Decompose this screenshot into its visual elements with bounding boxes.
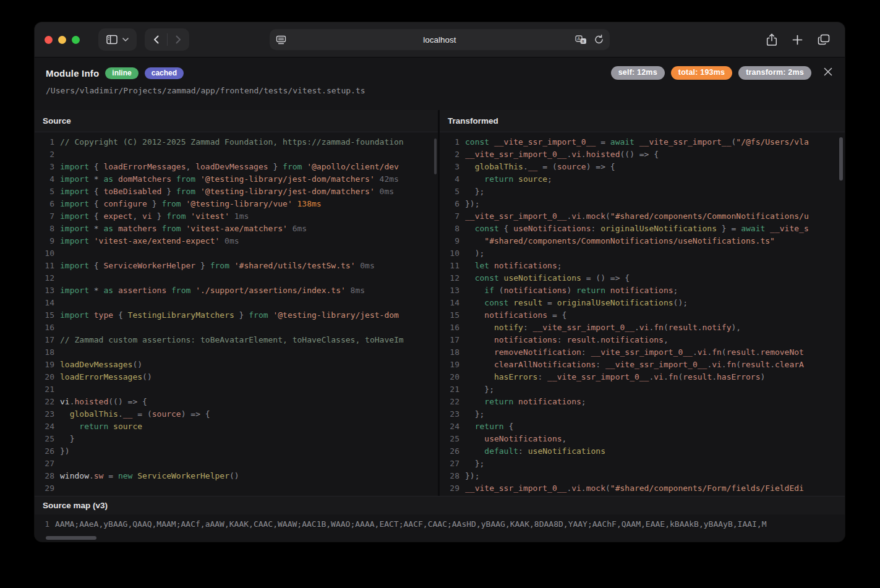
code-line: 27 — [35, 458, 438, 470]
line-number: 26 — [440, 445, 465, 458]
code-text: "#shared/components/CommonNotifications/… — [465, 235, 845, 247]
code-line: 10 ); — [440, 247, 845, 260]
code-line: 14 const result = originalUseNotificatio… — [440, 297, 845, 309]
code-text: __vite_ssr_import_0__.vi.mock("#shared/c… — [465, 210, 845, 223]
code-line: 10 — [35, 247, 438, 260]
sourcemap-line: 1 AAMA;AAeA,yBAAG,QAAQ,MAAM;AACf,aAAW,KA… — [35, 518, 845, 530]
code-text: import * as domMatchers from '@testing-l… — [60, 173, 438, 185]
code-text: loadDevMessages() — [60, 359, 438, 371]
line-number: 30 — [35, 495, 60, 496]
code-text: // Copyright (C) 2012-2025 Zammad Founda… — [60, 136, 438, 148]
code-text: useNotifications, — [465, 433, 845, 445]
line-number: 17 — [35, 334, 60, 346]
code-text: }); — [465, 198, 845, 210]
line-number: 27 — [440, 458, 465, 470]
address-bar[interactable]: localhost A я — [270, 29, 610, 50]
code-line: 12 — [35, 272, 438, 284]
code-line: 2 — [35, 148, 438, 161]
line-number: 16 — [35, 322, 60, 334]
share-icon[interactable] — [766, 33, 777, 46]
translate-icon[interactable]: A я — [575, 35, 587, 45]
code-text: default: useNotifications — [465, 445, 845, 458]
code-text — [60, 272, 438, 284]
line-number: 5 — [440, 185, 465, 198]
timing-self: self: 12ms — [611, 66, 665, 80]
window-minimize-button[interactable] — [58, 36, 66, 44]
line-number: 13 — [35, 284, 60, 297]
code-text: __vite_ssr_import_0__.vi.hoisted(() => { — [465, 148, 845, 161]
line-number: 23 — [35, 408, 60, 420]
line-number: 1 — [35, 136, 60, 148]
code-line: 23 }; — [440, 408, 845, 420]
close-icon[interactable] — [821, 65, 835, 79]
code-line: 4import * as domMatchers from '@testing-… — [35, 173, 438, 185]
code-text: window.sw = new ServiceWorkerHelper() — [60, 470, 438, 482]
code-text: }) — [60, 445, 438, 458]
code-line: 13import * as assertions from './support… — [35, 284, 438, 297]
line-number: 11 — [440, 260, 465, 272]
svg-text:A: A — [577, 36, 580, 41]
code-text: loadErrorMessages() — [60, 371, 438, 383]
new-tab-icon[interactable] — [792, 35, 803, 45]
code-line: 29 — [35, 482, 438, 495]
transformed-code[interactable]: 1const __vite_ssr_import_0__ = await __v… — [440, 132, 845, 496]
code-line: 28window.sw = new ServiceWorkerHelper() — [35, 470, 438, 482]
source-scrollbar[interactable] — [434, 138, 437, 174]
sidebar-toggle-button[interactable] — [98, 28, 137, 51]
line-number: 19 — [440, 359, 465, 371]
badge-cached: cached — [145, 67, 184, 79]
line-number: 2 — [35, 148, 60, 161]
code-line: 22 return notifications; — [440, 396, 845, 408]
code-text: const __vite_ssr_import_0__ = await __vi… — [465, 136, 845, 148]
code-text: }; — [465, 458, 845, 470]
line-number: 9 — [35, 235, 60, 247]
code-line: 9import 'vitest-axe/extend-expect' 0ms — [35, 235, 438, 247]
sourcemap-body[interactable]: 1 AAMA;AAeA,yBAAG,QAAQ,MAAM;AACf,aAAW,KA… — [35, 514, 845, 542]
line-number: 6 — [35, 198, 60, 210]
code-line: 11 let notifications; — [440, 260, 845, 272]
forward-button[interactable] — [167, 35, 189, 44]
line-number: 18 — [440, 346, 465, 359]
code-line: 7import { expect, vi } from 'vitest' 1ms — [35, 210, 438, 223]
line-number: 4 — [440, 173, 465, 185]
window-close-button[interactable] — [45, 36, 53, 44]
code-text: if (notifications) return notifications; — [465, 284, 845, 297]
line-number: 22 — [35, 396, 60, 408]
line-number: 11 — [35, 260, 60, 272]
code-text: }); — [465, 470, 845, 482]
code-line: 24 return { — [440, 420, 845, 433]
code-text — [60, 322, 438, 334]
reload-icon[interactable] — [594, 35, 604, 45]
code-line: 29__vite_ssr_import_0__.vi.mock("#shared… — [440, 482, 845, 495]
line-number: 19 — [35, 359, 60, 371]
line-number: 24 — [440, 420, 465, 433]
tab-overview-icon[interactable] — [818, 34, 830, 45]
back-button[interactable] — [145, 35, 167, 44]
line-number: 26 — [35, 445, 60, 458]
line-number: 18 — [35, 346, 60, 359]
sourcemap-horizontal-scrollbar[interactable] — [46, 536, 96, 540]
code-text — [60, 458, 438, 470]
code-text: clearAllNotifications: __vite_ssr_import… — [465, 359, 845, 371]
code-text: return { — [465, 420, 845, 433]
page-settings-icon[interactable] — [276, 35, 286, 45]
code-text: __vite_ssr_import_0__.vi.mock("#shared/c… — [465, 482, 845, 495]
code-line: 16 — [35, 322, 438, 334]
line-number: 1 — [440, 136, 465, 148]
window-zoom-button[interactable] — [72, 36, 80, 44]
code-text: notifications: result.notifications, — [465, 334, 845, 346]
line-number: 2 — [440, 148, 465, 161]
line-number: 29 — [35, 482, 60, 495]
code-text: notify: __vite_ssr_import_0__.vi.fn(resu… — [465, 322, 845, 334]
code-text: // Zammad custom assertions: toBeAvatarE… — [60, 334, 438, 346]
line-number: 5 — [35, 185, 60, 198]
code-text: globalThis.__ = (source) => { — [465, 161, 845, 173]
source-code[interactable]: 1// Copyright (C) 2012-2025 Zammad Found… — [35, 132, 438, 496]
code-text: import { ServiceWorkerHelper } from '#sh… — [60, 260, 438, 272]
code-line: 27 }; — [440, 458, 845, 470]
transformed-scrollbar[interactable] — [839, 137, 843, 181]
code-text: notifications = { — [465, 309, 845, 322]
code-line: 6import { configure } from '@testing-lib… — [35, 198, 438, 210]
line-number: 15 — [440, 309, 465, 322]
line-number: 23 — [440, 408, 465, 420]
